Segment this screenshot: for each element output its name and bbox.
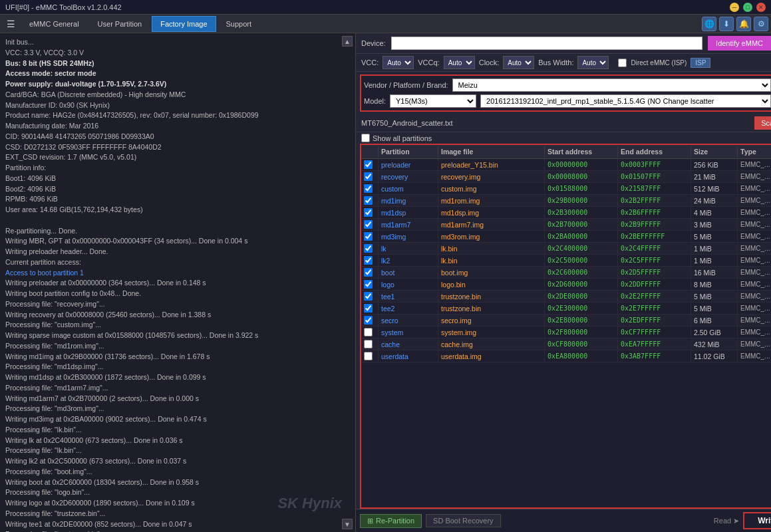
row-checkbox-cell[interactable] xyxy=(361,207,379,218)
log-line: Writing sparse image custom at 0x0158800… xyxy=(5,331,350,341)
vcc-select[interactable]: Auto xyxy=(383,56,414,69)
row-checkbox-cell[interactable] xyxy=(361,267,379,278)
log-line: Partition info: xyxy=(5,163,350,174)
right-panel: Device: Identify eMMC TP VCC: Auto VCCq:… xyxy=(356,33,771,532)
partition-checkbox[interactable] xyxy=(364,256,373,265)
partition-image: userdata.img xyxy=(438,350,545,362)
partition-size: 11.02 GiB xyxy=(691,350,738,362)
log-line: Boot1: 4096 KiB xyxy=(5,174,350,184)
partition-start: 0x29B00000 xyxy=(545,195,618,206)
partition-size: 1 MiB xyxy=(691,243,738,254)
scroll-down-arrow[interactable]: ▼ xyxy=(342,519,353,529)
minimize-button[interactable]: ─ xyxy=(730,3,739,12)
row-checkbox-cell[interactable] xyxy=(361,183,379,194)
repartition-label: Re-Partition xyxy=(376,517,414,525)
partition-checkbox[interactable] xyxy=(364,340,373,348)
log-line: Processing file: "md1arm7.img"... xyxy=(5,383,350,394)
table-row: md1img md1rom.img 0x29B00000 0x2B2FFFFF … xyxy=(361,195,771,207)
scatter-file-select[interactable]: 20161213192102_intl_prd_mp1_stable_5.1.5… xyxy=(480,94,771,108)
row-checkbox-cell[interactable] xyxy=(361,243,379,254)
partition-end: 0x0003FFFF xyxy=(618,159,691,170)
partition-start: 0x2C500000 xyxy=(545,255,618,266)
partition-start: 0xCF800000 xyxy=(545,338,618,350)
partition-type: EMMC_... xyxy=(738,303,771,314)
row-checkbox-cell[interactable] xyxy=(361,255,379,266)
row-checkbox-cell[interactable] xyxy=(361,327,379,338)
table-row: userdata userdata.img 0xEA800000 0x3AB7F… xyxy=(361,350,771,362)
show-all-checkbox[interactable] xyxy=(361,134,370,142)
row-checkbox-cell[interactable] xyxy=(361,219,379,230)
tab-user-partition[interactable]: User Partition xyxy=(89,16,151,32)
partition-image: lk.bin xyxy=(438,255,545,266)
row-checkbox-cell[interactable] xyxy=(361,303,379,314)
partition-end: 0x2DDFFFFF xyxy=(618,279,691,290)
row-checkbox-cell[interactable] xyxy=(361,231,379,242)
buswidth-select[interactable]: Auto xyxy=(577,56,609,69)
row-checkbox-cell[interactable] xyxy=(361,159,379,170)
row-checkbox-cell[interactable] xyxy=(361,171,379,182)
scroll-up-arrow[interactable]: ▲ xyxy=(342,36,353,47)
partition-checkbox[interactable] xyxy=(364,184,373,193)
partition-size: 16 MiB xyxy=(691,267,738,278)
partition-image: trustzone.bin xyxy=(438,303,545,314)
partition-checkbox[interactable] xyxy=(364,268,373,277)
partition-checkbox[interactable] xyxy=(364,160,373,169)
scatter-button[interactable]: Scatter xyxy=(754,116,771,130)
partition-type: EMMC_... xyxy=(738,207,771,218)
tab-factory-image[interactable]: Factory Image xyxy=(152,16,216,32)
log-line: Processing file: "md1dsp.img"... xyxy=(5,362,350,372)
partition-size: 432 MiB xyxy=(691,338,738,350)
download-icon-btn[interactable]: ⬇ xyxy=(719,17,734,31)
direct-emmc-checkbox[interactable] xyxy=(618,59,627,67)
partition-checkbox[interactable] xyxy=(364,352,373,360)
partition-type: EMMC_... xyxy=(738,231,771,242)
row-checkbox-cell[interactable] xyxy=(361,195,379,206)
log-line: User area: 14.68 GiB(15,762,194,432 byte… xyxy=(5,205,350,215)
partition-checkbox[interactable] xyxy=(364,172,373,181)
partition-checkbox[interactable] xyxy=(364,304,373,313)
table-row: secro secro.img 0x2E800000 0x2EDFFFFF 6 … xyxy=(361,315,771,327)
tab-support[interactable]: Support xyxy=(218,16,261,32)
partition-start: 0x01588000 xyxy=(545,183,618,194)
partition-checkbox[interactable] xyxy=(364,328,373,336)
repartition-button[interactable]: ⊞ Re-Partition xyxy=(360,514,422,528)
partition-checkbox[interactable] xyxy=(364,316,373,325)
write-button[interactable]: Write xyxy=(743,512,771,529)
partition-checkbox[interactable] xyxy=(364,280,373,289)
maximize-button[interactable]: □ xyxy=(743,3,752,12)
partition-checkbox[interactable] xyxy=(364,232,373,241)
partition-size: 5 MiB xyxy=(691,303,738,314)
sd-recovery-button[interactable]: SD Boot Recovery xyxy=(426,514,500,527)
device-input[interactable] xyxy=(391,37,702,50)
titlebar: UFI[#0] - eMMC ToolBox v1.2.0.442 ─ □ ✕ xyxy=(0,0,771,15)
settings-icon-btn[interactable]: ⚙ xyxy=(754,17,768,31)
identify-emmc-button[interactable]: Identify eMMC xyxy=(708,36,771,51)
row-checkbox-cell[interactable] xyxy=(361,338,379,350)
hamburger-icon[interactable]: ☰ xyxy=(3,17,19,31)
bell-icon-btn[interactable]: 🔔 xyxy=(736,17,751,31)
row-checkbox-cell[interactable] xyxy=(361,315,379,326)
log-line: Access to boot partition 1 xyxy=(5,268,350,279)
col-check xyxy=(361,146,379,157)
globe-icon-btn[interactable]: 🌐 xyxy=(702,17,716,31)
clock-select[interactable]: Auto xyxy=(503,56,534,69)
tab-emmc-general[interactable]: eMMC General xyxy=(21,16,88,32)
partition-end: 0x2E2FFFFF xyxy=(618,291,691,302)
partition-checkbox[interactable] xyxy=(364,196,373,205)
vccq-select[interactable]: Auto xyxy=(444,56,475,69)
partition-type: EMMC_... xyxy=(738,183,771,194)
row-checkbox-cell[interactable] xyxy=(361,350,379,362)
partition-checkbox[interactable] xyxy=(364,292,373,301)
model-select[interactable]: Y15(M3s) xyxy=(390,94,476,108)
close-button[interactable]: ✕ xyxy=(756,3,766,12)
partition-checkbox[interactable] xyxy=(364,208,373,217)
isp-button[interactable]: ISP xyxy=(691,58,710,68)
partition-image: logo.bin xyxy=(438,279,545,290)
partition-checkbox[interactable] xyxy=(364,244,373,253)
row-checkbox-cell[interactable] xyxy=(361,291,379,302)
partition-size: 21 MiB xyxy=(691,171,738,182)
partition-end: 0x2B2FFFFF xyxy=(618,195,691,206)
row-checkbox-cell[interactable] xyxy=(361,279,379,290)
vendor-select[interactable]: Meizu xyxy=(452,78,771,92)
partition-checkbox[interactable] xyxy=(364,220,373,229)
